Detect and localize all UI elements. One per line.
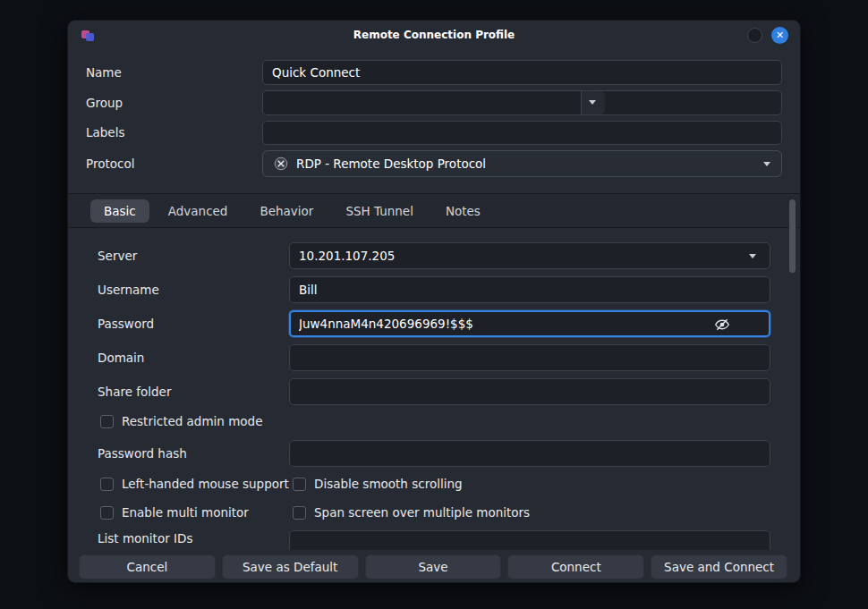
remote-connection-profile-dialog: Remote Connection Profile ✕ Name Group L… — [67, 20, 801, 583]
left-handed-checkbox[interactable] — [100, 478, 114, 491]
vertical-scrollbar-thumb[interactable] — [789, 199, 796, 273]
tab-advanced[interactable]: Advanced — [155, 199, 242, 223]
restricted-admin-label: Restricted admin mode — [122, 414, 262, 428]
tab-strip: Basic Advanced Behavior SSH Tunnel Notes — [68, 193, 800, 228]
enable-multi-monitor-label: Enable multi monitor — [122, 505, 249, 520]
password-hash-input[interactable] — [289, 440, 770, 467]
minimize-button[interactable] — [747, 28, 762, 43]
tab-notes[interactable]: Notes — [432, 199, 494, 223]
labels-input[interactable] — [262, 121, 782, 145]
basic-tab-panel: Server Username Password Domain Share fo… — [68, 228, 784, 550]
protocol-selected-value: RDP - Remote Desktop Protocol — [296, 156, 486, 171]
dialog-title: Remote Connection Profile — [68, 21, 800, 49]
left-handed-label: Left-handed mouse support — [122, 477, 289, 491]
tab-behavior[interactable]: Behavior — [246, 199, 327, 223]
group-label: Group — [86, 90, 123, 115]
name-input[interactable] — [262, 60, 782, 85]
list-monitor-ids-label: List monitor IDs — [98, 525, 192, 550]
enable-multi-monitor-checkbox[interactable] — [100, 506, 114, 520]
username-label: Username — [98, 276, 159, 303]
protocol-select[interactable]: RDP - Remote Desktop Protocol — [262, 150, 782, 177]
close-button[interactable]: ✕ — [771, 27, 788, 44]
domain-label: Domain — [98, 344, 144, 371]
desktop-background: Remote Connection Profile ✕ Name Group L… — [0, 0, 868, 609]
cancel-button[interactable]: Cancel — [79, 554, 216, 579]
group-input[interactable] — [262, 90, 782, 115]
restricted-admin-checkbox[interactable] — [100, 415, 114, 428]
protocol-label: Protocol — [86, 150, 134, 177]
save-button[interactable]: Save — [365, 554, 502, 579]
enable-multi-monitor-checkbox-row[interactable]: Enable multi monitor — [100, 505, 249, 520]
list-monitor-ids-input[interactable] — [289, 530, 770, 550]
connect-button[interactable]: Connect — [507, 554, 644, 579]
name-label: Name — [86, 60, 122, 85]
tab-ssh-tunnel[interactable]: SSH Tunnel — [332, 199, 427, 223]
restricted-admin-checkbox-row[interactable]: Restricted admin mode — [100, 414, 262, 428]
server-input[interactable] — [289, 242, 770, 269]
save-and-connect-button[interactable]: Save and Connect — [651, 554, 787, 579]
left-handed-checkbox-row[interactable]: Left-handed mouse support — [100, 477, 289, 491]
span-screen-checkbox-row[interactable]: Span screen over multiple monitors — [293, 505, 530, 520]
share-folder-label: Share folder — [98, 378, 171, 405]
rdp-protocol-icon — [274, 156, 288, 171]
span-screen-checkbox[interactable] — [293, 506, 306, 520]
save-as-default-button[interactable]: Save as Default — [222, 554, 359, 579]
username-input[interactable] — [289, 276, 770, 303]
labels-label: Labels — [86, 121, 124, 145]
tab-basic[interactable]: Basic — [90, 199, 149, 223]
server-label: Server — [98, 242, 137, 269]
password-label: Password — [98, 310, 154, 337]
password-input[interactable] — [289, 310, 770, 337]
password-hash-label: Password hash — [98, 440, 187, 467]
chevron-down-icon[interactable] — [749, 254, 756, 258]
chevron-down-icon — [589, 100, 596, 105]
disable-smooth-scrolling-label: Disable smooth scrolling — [314, 477, 463, 491]
chevron-down-icon — [763, 162, 770, 166]
share-folder-input[interactable] — [289, 378, 770, 405]
titlebar[interactable]: Remote Connection Profile ✕ — [68, 21, 800, 49]
disable-smooth-scrolling-checkbox[interactable] — [293, 478, 306, 491]
domain-input[interactable] — [289, 344, 770, 371]
span-screen-label: Span screen over multiple monitors — [314, 505, 530, 520]
eye-off-icon[interactable] — [714, 317, 730, 333]
footer-button-bar: Cancel Save as Default Save Connect Save… — [79, 554, 787, 579]
disable-smooth-scrolling-checkbox-row[interactable]: Disable smooth scrolling — [293, 477, 463, 491]
